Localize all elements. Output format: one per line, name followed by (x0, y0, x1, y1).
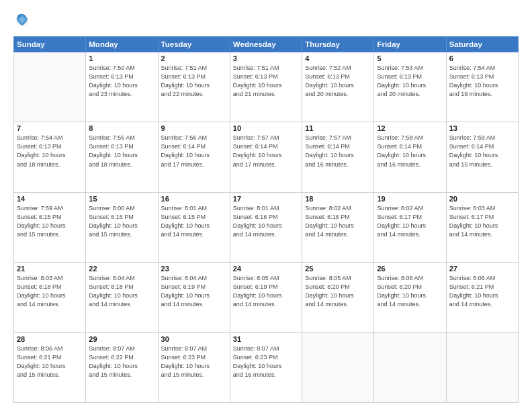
day-cell: 9Sunrise: 7:56 AM Sunset: 6:14 PM Daylig… (158, 122, 230, 192)
day-cell: 26Sunrise: 8:06 AM Sunset: 6:20 PM Dayli… (374, 263, 446, 332)
weekday-header-monday: Monday (86, 37, 158, 52)
day-number: 29 (89, 335, 154, 343)
day-number: 22 (89, 265, 154, 273)
day-cell: 23Sunrise: 8:04 AM Sunset: 6:19 PM Dayli… (158, 263, 230, 332)
week-row-1: 1Sunrise: 7:50 AM Sunset: 6:13 PM Daylig… (14, 52, 519, 122)
day-number: 11 (305, 124, 371, 132)
day-cell: 18Sunrise: 8:02 AM Sunset: 6:16 PM Dayli… (302, 192, 374, 262)
day-info: Sunrise: 8:06 AM Sunset: 6:21 PM Dayligh… (449, 274, 515, 309)
day-info: Sunrise: 8:04 AM Sunset: 6:19 PM Dayligh… (161, 274, 227, 309)
day-info: Sunrise: 8:06 AM Sunset: 6:21 PM Dayligh… (17, 345, 83, 379)
day-cell: 5Sunrise: 7:53 AM Sunset: 6:13 PM Daylig… (374, 52, 446, 122)
day-number: 30 (161, 335, 227, 343)
day-cell: 16Sunrise: 8:01 AM Sunset: 6:15 PM Dayli… (158, 192, 230, 262)
day-info: Sunrise: 8:07 AM Sunset: 6:22 PM Dayligh… (89, 345, 154, 379)
day-info: Sunrise: 7:53 AM Sunset: 6:13 PM Dayligh… (377, 64, 443, 99)
day-cell: 27Sunrise: 8:06 AM Sunset: 6:21 PM Dayli… (446, 263, 518, 332)
day-cell: 25Sunrise: 8:05 AM Sunset: 6:20 PM Dayli… (302, 263, 374, 332)
day-info: Sunrise: 7:59 AM Sunset: 6:15 PM Dayligh… (17, 204, 83, 239)
week-row-5: 28Sunrise: 8:06 AM Sunset: 6:21 PM Dayli… (14, 332, 519, 402)
day-number: 13 (449, 124, 515, 132)
day-info: Sunrise: 8:03 AM Sunset: 6:17 PM Dayligh… (449, 204, 515, 239)
day-cell (14, 52, 86, 122)
day-number: 5 (377, 54, 443, 62)
weekday-header-thursday: Thursday (302, 37, 374, 52)
day-cell: 3Sunrise: 7:51 AM Sunset: 6:13 PM Daylig… (230, 52, 302, 122)
day-cell: 10Sunrise: 7:57 AM Sunset: 6:14 PM Dayli… (230, 122, 302, 192)
day-info: Sunrise: 8:05 AM Sunset: 6:20 PM Dayligh… (305, 274, 371, 309)
day-info: Sunrise: 8:00 AM Sunset: 6:15 PM Dayligh… (89, 204, 154, 239)
day-cell: 28Sunrise: 8:06 AM Sunset: 6:21 PM Dayli… (14, 332, 86, 402)
weekday-header-friday: Friday (374, 37, 446, 52)
day-info: Sunrise: 7:54 AM Sunset: 6:13 PM Dayligh… (17, 134, 83, 169)
day-number: 2 (161, 54, 227, 62)
day-info: Sunrise: 7:52 AM Sunset: 6:13 PM Dayligh… (305, 64, 371, 99)
day-cell: 14Sunrise: 7:59 AM Sunset: 6:15 PM Dayli… (14, 192, 86, 262)
day-info: Sunrise: 7:54 AM Sunset: 6:13 PM Dayligh… (449, 64, 515, 99)
day-cell: 4Sunrise: 7:52 AM Sunset: 6:13 PM Daylig… (302, 52, 374, 122)
day-number: 27 (449, 265, 515, 273)
day-info: Sunrise: 8:02 AM Sunset: 6:17 PM Dayligh… (377, 204, 443, 239)
day-number: 25 (305, 265, 371, 273)
day-number: 14 (17, 195, 83, 203)
week-row-2: 7Sunrise: 7:54 AM Sunset: 6:13 PM Daylig… (14, 122, 519, 192)
day-info: Sunrise: 8:04 AM Sunset: 6:18 PM Dayligh… (89, 274, 154, 309)
day-cell: 21Sunrise: 8:03 AM Sunset: 6:18 PM Dayli… (14, 263, 86, 332)
week-row-3: 14Sunrise: 7:59 AM Sunset: 6:15 PM Dayli… (14, 192, 519, 262)
day-cell: 31Sunrise: 8:07 AM Sunset: 6:23 PM Dayli… (230, 332, 302, 402)
day-number: 9 (161, 124, 227, 132)
logo-icon (15, 12, 30, 27)
day-cell: 30Sunrise: 8:07 AM Sunset: 6:23 PM Dayli… (158, 332, 230, 402)
day-number: 12 (377, 124, 443, 132)
day-number: 8 (89, 124, 154, 132)
day-number: 19 (377, 195, 443, 203)
day-info: Sunrise: 8:02 AM Sunset: 6:16 PM Dayligh… (305, 204, 371, 239)
day-cell: 17Sunrise: 8:01 AM Sunset: 6:16 PM Dayli… (230, 192, 302, 262)
day-info: Sunrise: 8:03 AM Sunset: 6:18 PM Dayligh… (17, 274, 83, 309)
day-cell: 11Sunrise: 7:57 AM Sunset: 6:14 PM Dayli… (302, 122, 374, 192)
day-cell: 20Sunrise: 8:03 AM Sunset: 6:17 PM Dayli… (446, 192, 518, 262)
day-cell: 8Sunrise: 7:55 AM Sunset: 6:13 PM Daylig… (86, 122, 158, 192)
day-number: 4 (305, 54, 371, 62)
weekday-header-wednesday: Wednesday (230, 37, 302, 52)
day-info: Sunrise: 8:07 AM Sunset: 6:23 PM Dayligh… (161, 345, 227, 379)
day-info: Sunrise: 7:51 AM Sunset: 6:13 PM Dayligh… (233, 64, 299, 99)
day-cell: 7Sunrise: 7:54 AM Sunset: 6:13 PM Daylig… (14, 122, 86, 192)
day-cell: 24Sunrise: 8:05 AM Sunset: 6:19 PM Dayli… (230, 263, 302, 332)
day-number: 1 (89, 54, 154, 62)
day-cell (446, 332, 518, 402)
day-cell: 22Sunrise: 8:04 AM Sunset: 6:18 PM Dayli… (86, 263, 158, 332)
day-cell: 13Sunrise: 7:59 AM Sunset: 6:14 PM Dayli… (446, 122, 518, 192)
day-info: Sunrise: 7:50 AM Sunset: 6:13 PM Dayligh… (89, 64, 154, 99)
weekday-header-sunday: Sunday (14, 37, 86, 52)
day-number: 17 (233, 195, 299, 203)
day-cell (374, 332, 446, 402)
day-cell (302, 332, 374, 402)
day-info: Sunrise: 7:58 AM Sunset: 6:14 PM Dayligh… (377, 134, 443, 169)
header (13, 12, 519, 30)
day-info: Sunrise: 7:51 AM Sunset: 6:13 PM Dayligh… (161, 64, 227, 99)
page: SundayMondayTuesdayWednesdayThursdayFrid… (0, 0, 532, 411)
weekday-header-tuesday: Tuesday (158, 37, 230, 52)
logo (13, 12, 32, 30)
day-number: 20 (449, 195, 515, 203)
day-number: 15 (89, 195, 154, 203)
day-number: 10 (233, 124, 299, 132)
day-info: Sunrise: 8:05 AM Sunset: 6:19 PM Dayligh… (233, 274, 299, 309)
day-number: 28 (17, 335, 83, 343)
day-number: 23 (161, 265, 227, 273)
day-info: Sunrise: 7:56 AM Sunset: 6:14 PM Dayligh… (161, 134, 227, 169)
calendar: SundayMondayTuesdayWednesdayThursdayFrid… (13, 36, 519, 403)
day-info: Sunrise: 7:59 AM Sunset: 6:14 PM Dayligh… (449, 134, 515, 169)
day-number: 31 (233, 335, 299, 343)
weekday-header-row: SundayMondayTuesdayWednesdayThursdayFrid… (14, 37, 519, 52)
day-number: 21 (17, 265, 83, 273)
day-number: 26 (377, 265, 443, 273)
day-number: 16 (161, 195, 227, 203)
day-number: 24 (233, 265, 299, 273)
weekday-header-saturday: Saturday (446, 37, 518, 52)
day-cell: 29Sunrise: 8:07 AM Sunset: 6:22 PM Dayli… (86, 332, 158, 402)
week-row-4: 21Sunrise: 8:03 AM Sunset: 6:18 PM Dayli… (14, 263, 519, 332)
day-info: Sunrise: 8:06 AM Sunset: 6:20 PM Dayligh… (377, 274, 443, 309)
day-cell: 2Sunrise: 7:51 AM Sunset: 6:13 PM Daylig… (158, 52, 230, 122)
